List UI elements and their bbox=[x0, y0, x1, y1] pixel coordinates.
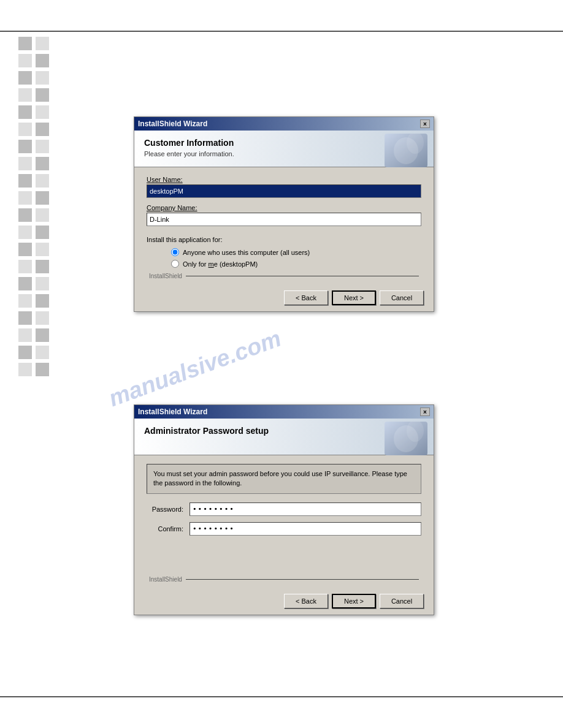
confirm-input[interactable] bbox=[190, 522, 421, 536]
username-input[interactable] bbox=[147, 184, 421, 198]
dialog2-titlebar: InstallShield Wizard × bbox=[134, 405, 434, 419]
dialog1-close-button[interactable]: × bbox=[420, 119, 430, 128]
company-input[interactable] bbox=[147, 213, 421, 226]
dialog1-header-subtitle: Please enter your information. bbox=[144, 150, 424, 157]
dialog1-titlebar: InstallShield Wizard × bbox=[134, 117, 434, 131]
dialog1-header-graphic bbox=[385, 134, 427, 167]
company-label: Company Name: bbox=[147, 204, 421, 211]
password-row: Password: bbox=[147, 502, 421, 516]
dialog2-next-button[interactable]: Next > bbox=[332, 594, 376, 609]
dialog2-header-title: Administrator Password setup bbox=[144, 426, 424, 436]
dialog1-cancel-button[interactable]: Cancel bbox=[380, 290, 424, 305]
top-border bbox=[0, 31, 563, 32]
dialog1-back-button[interactable]: < Back bbox=[284, 290, 328, 305]
dialog2-body: You must set your admin password before … bbox=[134, 455, 434, 590]
dialog1-header-title: Customer Information bbox=[144, 138, 424, 148]
bottom-border bbox=[0, 696, 563, 697]
admin-password-dialog: InstallShield Wizard × Administrator Pas… bbox=[134, 404, 434, 615]
dialog2-back-button[interactable]: < Back bbox=[284, 594, 328, 609]
dialog2-header-graphic bbox=[385, 422, 427, 455]
dialog2-buttons: < Back Next > Cancel bbox=[134, 590, 434, 615]
dialog1-installshield-label: InstallShield bbox=[149, 273, 182, 279]
dialog1-installshield-footer: InstallShield bbox=[147, 273, 421, 279]
dialog2-divider bbox=[186, 579, 419, 580]
confirm-label: Confirm: bbox=[147, 525, 190, 533]
password-input[interactable] bbox=[190, 502, 421, 516]
password-label: Password: bbox=[147, 506, 190, 513]
dialog2-installshield-footer: InstallShield bbox=[147, 576, 421, 583]
dialog1-body: User Name: Company Name: Install this ap… bbox=[134, 167, 434, 287]
dialog2-description: You must set your admin password before … bbox=[147, 464, 421, 494]
confirm-row: Confirm: bbox=[147, 522, 421, 536]
dialog1-header: Customer Information Please enter your i… bbox=[134, 131, 434, 167]
dialog2-cancel-button[interactable]: Cancel bbox=[380, 594, 424, 609]
decorative-squares bbox=[18, 37, 49, 376]
watermark-text: manualsive.com bbox=[105, 325, 285, 412]
dialog2-header: Administrator Password setup bbox=[134, 419, 434, 455]
dialog2-title: InstallShield Wizard bbox=[138, 408, 207, 416]
dialog1-next-button[interactable]: Next > bbox=[332, 290, 376, 305]
dialog1-buttons: < Back Next > Cancel bbox=[134, 287, 434, 311]
username-label: User Name: bbox=[147, 176, 421, 183]
install-for-group: Install this application for: Anyone who… bbox=[147, 236, 421, 268]
radio-allusers-label: Anyone who uses this computer (all users… bbox=[183, 249, 310, 256]
customer-info-dialog: InstallShield Wizard × Customer Informat… bbox=[134, 116, 434, 312]
radio-onlyme[interactable]: Only for me (desktopPM) bbox=[147, 260, 421, 268]
dialog1-title: InstallShield Wizard bbox=[138, 119, 207, 128]
radio-group-title: Install this application for: bbox=[147, 236, 421, 243]
dialog2-installshield-label: InstallShield bbox=[149, 576, 182, 583]
dialog1-divider bbox=[186, 276, 419, 276]
radio-allusers[interactable]: Anyone who uses this computer (all users… bbox=[147, 248, 421, 256]
radio-onlyme-label: Only for me (desktopPM) bbox=[183, 260, 258, 268]
dialog2-close-button[interactable]: × bbox=[420, 408, 430, 416]
